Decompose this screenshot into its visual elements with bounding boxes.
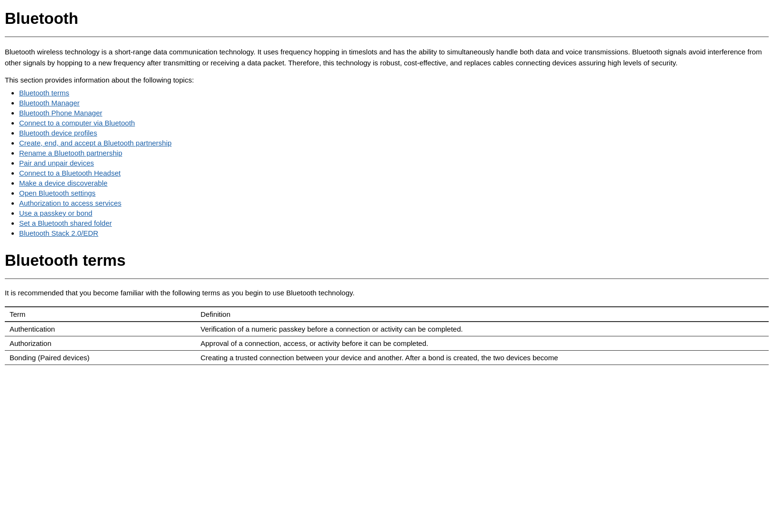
list-item: Authorization to access services <box>19 199 769 207</box>
list-item: Connect to a computer via Bluetooth <box>19 119 769 127</box>
table-cell-term: Authorization <box>5 336 196 351</box>
section-intro: It is recommended that you become famili… <box>5 289 769 297</box>
topic-link[interactable]: Bluetooth terms <box>19 89 69 97</box>
list-item: Bluetooth Stack 2.0/EDR <box>19 229 769 237</box>
topic-link[interactable]: Bluetooth Stack 2.0/EDR <box>19 229 98 237</box>
topics-intro: This section provides information about … <box>5 76 769 84</box>
list-item: Connect to a Bluetooth Headset <box>19 169 769 177</box>
topic-link[interactable]: Bluetooth Phone Manager <box>19 109 102 117</box>
table-header-definition: Definition <box>196 307 769 322</box>
list-item: Rename a Bluetooth partnership <box>19 149 769 157</box>
table-row: Bonding (Paired devices)Creating a trust… <box>5 351 769 365</box>
table-body: AuthenticationVerification of a numeric … <box>5 322 769 365</box>
topic-link[interactable]: Bluetooth Manager <box>19 99 80 107</box>
topic-link[interactable]: Make a device discoverable <box>19 179 107 187</box>
main-title-section: Bluetooth <box>5 10 769 37</box>
page-wrapper: Bluetooth Bluetooth wireless technology … <box>5 10 769 365</box>
intro-paragraph: Bluetooth wireless technology is a short… <box>5 47 769 68</box>
table-header-term: Term <box>5 307 196 322</box>
list-item: Make a device discoverable <box>19 179 769 187</box>
terms-table: Term Definition AuthenticationVerificati… <box>5 306 769 365</box>
list-item: Bluetooth device profiles <box>19 129 769 137</box>
topic-link[interactable]: Pair and unpair devices <box>19 159 94 167</box>
table-cell-definition: Verification of a numeric passkey before… <box>196 322 769 336</box>
topic-link[interactable]: Authorization to access services <box>19 199 121 207</box>
table-head: Term Definition <box>5 307 769 322</box>
table-cell-term: Bonding (Paired devices) <box>5 351 196 365</box>
list-item: Create, end, and accept a Bluetooth part… <box>19 139 769 147</box>
list-item: Pair and unpair devices <box>19 159 769 167</box>
topic-link[interactable]: Use a passkey or bond <box>19 209 92 217</box>
list-item: Open Bluetooth settings <box>19 189 769 197</box>
table-cell-term: Authentication <box>5 322 196 336</box>
topic-link[interactable]: Connect to a computer via Bluetooth <box>19 119 135 127</box>
table-row: AuthorizationApproval of a connection, a… <box>5 336 769 351</box>
topic-link[interactable]: Bluetooth device profiles <box>19 129 97 137</box>
topic-link[interactable]: Create, end, and accept a Bluetooth part… <box>19 139 171 147</box>
topic-link[interactable]: Rename a Bluetooth partnership <box>19 149 122 157</box>
bluetooth-terms-section: Bluetooth terms <box>5 251 769 279</box>
list-item: Bluetooth Manager <box>19 99 769 107</box>
table-row: AuthenticationVerification of a numeric … <box>5 322 769 336</box>
table-cell-definition: Approval of a connection, access, or act… <box>196 336 769 351</box>
topic-link[interactable]: Set a Bluetooth shared folder <box>19 219 112 227</box>
topic-link[interactable]: Open Bluetooth settings <box>19 189 95 197</box>
list-item: Set a Bluetooth shared folder <box>19 219 769 227</box>
list-item: Use a passkey or bond <box>19 209 769 217</box>
list-item: Bluetooth Phone Manager <box>19 109 769 117</box>
topic-link[interactable]: Connect to a Bluetooth Headset <box>19 169 121 177</box>
table-header-row: Term Definition <box>5 307 769 322</box>
list-item: Bluetooth terms <box>19 89 769 97</box>
page-title: Bluetooth <box>5 10 769 28</box>
section-title: Bluetooth terms <box>5 251 769 270</box>
topic-list: Bluetooth termsBluetooth ManagerBluetoot… <box>5 89 769 237</box>
table-cell-definition: Creating a trusted connection between yo… <box>196 351 769 365</box>
